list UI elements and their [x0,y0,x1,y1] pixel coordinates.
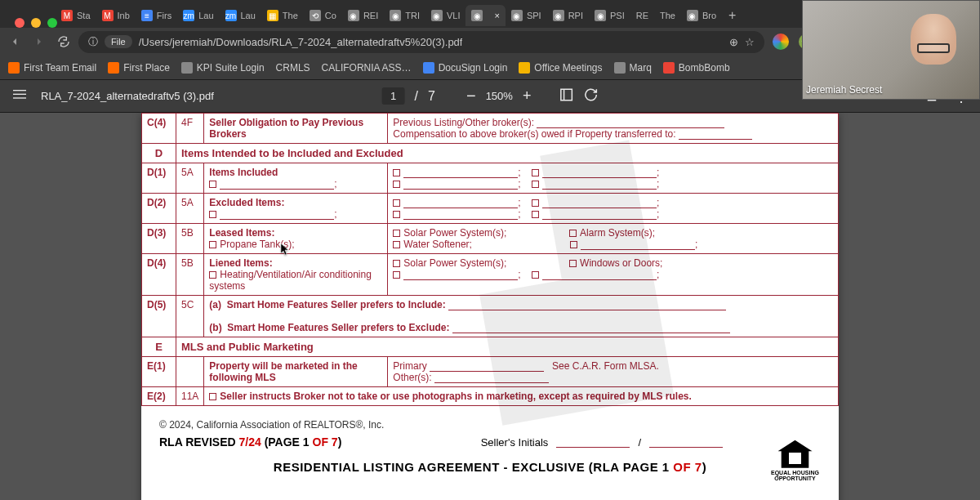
row-code: 5A [176,163,204,194]
row-fields: Primary See C.A.R. Form MLSA.Other(s): [388,357,839,387]
tab-favicon-icon: ≡ [141,10,153,21]
browser-tab[interactable]: ◉PSI [589,5,630,26]
revision-line: RLA REVISED 7/24 (PAGE 1 OF 7) [159,435,341,449]
bookmark-favicon-icon [8,62,20,74]
seller-initials: Seller's Initials / [481,436,723,449]
zoom-out-button[interactable]: − [466,87,476,105]
row-fields: Solar Power System(s); Alarm System(s);W… [388,224,839,254]
pdf-page-input[interactable]: 1 [382,87,405,105]
new-tab-button[interactable]: + [722,5,742,26]
browser-tab[interactable]: ≡Firs [136,5,177,26]
nav-reload-icon[interactable] [57,35,70,48]
rotate-icon[interactable] [583,87,598,105]
svg-rect-1 [13,93,26,94]
browser-tab[interactable]: ◉Bro [681,5,722,26]
row-id: D(2) [142,194,176,224]
bookmark-label: First Place [123,62,170,74]
window-minimize-button[interactable] [31,18,41,28]
tab-label: Lau [198,11,213,20]
row-code: 5B [176,224,204,254]
bookmark-label: Marq [630,62,652,74]
bookmark-label: First Team Email [24,62,96,74]
row-id: D(4) [142,254,176,296]
zoom-level[interactable]: 150% [486,90,513,102]
row-code: 5B [176,254,204,296]
browser-tab[interactable]: MInb [96,5,136,26]
bookmark-label: DocuSign Login [439,62,508,74]
row-fields: Property will be marketed in the followi… [204,357,388,387]
bookmark-favicon-icon [423,62,434,74]
tab-label: RPI [568,11,583,20]
row-id: E(2) [142,387,176,406]
bookmark-favicon-icon [614,62,626,74]
tab-label: PSI [610,11,625,20]
window-close-button[interactable] [15,18,24,28]
bookmark-item[interactable]: Marq [614,62,652,74]
browser-tab[interactable]: ◉REI [342,5,384,26]
bookmark-label: KPI Suite Login [197,62,265,74]
bookmark-item[interactable]: KPI Suite Login [181,62,265,74]
url-scheme-chip: File [105,35,132,48]
browser-tab[interactable]: zmLau [220,5,261,26]
tab-favicon-icon: zm [225,10,237,21]
bookmark-item[interactable]: DocuSign Login [423,62,508,74]
equal-housing-logo: EQUAL HOUSING OPPORTUNITY [771,440,819,482]
tab-favicon-icon: ◉ [553,10,564,21]
zoom-in-button[interactable]: + [523,87,532,105]
nav-back-icon[interactable] [8,35,21,48]
info-icon[interactable]: ⓘ [88,35,98,49]
url-text: /Users/jeremiah/Downloads/RLA_7-2024_alt… [139,36,463,48]
tab-label: Inb [118,11,130,20]
tab-favicon-icon: ◉ [348,10,359,21]
pdf-sidebar-toggle-icon[interactable] [11,88,28,105]
bookmark-item[interactable]: First Place [108,62,170,74]
bookmark-star-icon[interactable]: ☆ [745,36,755,48]
row-id: D(3) [142,224,176,254]
browser-tab[interactable]: RE [630,6,654,25]
browser-tab[interactable]: ◉× [466,5,505,26]
pdf-page-sep: / [415,89,418,104]
browser-tab[interactable]: ◉TRI [384,5,425,26]
tab-favicon-icon: ◉ [687,10,698,21]
tab-favicon-icon: zm [183,10,194,21]
tab-close-icon[interactable]: × [494,11,499,20]
browser-tab[interactable]: ◉SPI [506,5,547,26]
row-title: Seller Obligation to Pay Previous Broker… [209,117,363,140]
tab-label: VLI [447,11,461,20]
bookmark-item[interactable]: CALIFORNIA ASS… [322,62,412,74]
fit-page-icon[interactable] [559,87,573,105]
zoom-indicator-icon[interactable]: ⊕ [729,36,738,48]
extension-icon-1[interactable] [773,33,789,50]
section-id: E [142,337,176,357]
browser-tab[interactable]: ▦The [261,5,304,26]
window-maximize-button[interactable] [47,18,57,28]
bookmark-favicon-icon [663,62,675,74]
svg-rect-3 [561,89,572,100]
pdf-viewport[interactable]: ▟ C(4) 4F Seller Obligation to Pay Previ… [0,113,980,500]
svg-rect-2 [13,97,26,98]
bookmark-item[interactable]: CRMLS [276,62,310,74]
row-id: D(1) [142,163,176,194]
bookmark-item[interactable]: Office Meetings [519,62,602,74]
pdf-filename: RLA_7-2024_alternatedraftv5 (3).pdf [41,90,214,102]
browser-tab[interactable]: ⟲Co [304,5,342,26]
nav-forward-icon[interactable] [33,35,46,48]
bookmark-item[interactable]: First Team Email [8,62,96,74]
url-input[interactable]: ⓘ File /Users/jeremiah/Downloads/RLA_7-2… [78,31,764,53]
copyright-text: © 2024, California Association of REALTO… [159,419,821,431]
section-header: MLS and Public Marketing [176,337,839,357]
browser-tab[interactable]: The [654,6,681,25]
video-call-thumbnail[interactable]: Jeremiah Secrest [802,0,980,100]
tab-label: Firs [157,11,172,20]
bookmark-favicon-icon [181,62,193,74]
row-fields: Previous Listing/Other broker(s): Compen… [388,114,839,144]
browser-tab[interactable]: zmLau [177,5,219,26]
row-code: 5C [176,296,204,337]
tab-label: The [283,11,298,20]
tab-favicon-icon: ▦ [267,10,278,21]
browser-tab[interactable]: ◉RPI [547,5,589,26]
bookmark-item[interactable]: BombBomb [663,62,730,74]
tab-label: SPI [527,11,541,20]
page-footer-title: RESIDENTIAL LISTING AGREEMENT - EXCLUSIV… [159,460,821,474]
browser-tab[interactable]: ◉VLI [425,5,466,26]
